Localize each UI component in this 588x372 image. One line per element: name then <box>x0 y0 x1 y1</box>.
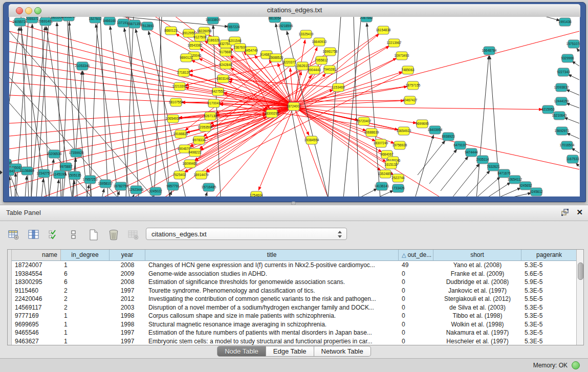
table-row[interactable]: 1872400712008Changes of HCN gene express… <box>8 261 583 270</box>
rows-icon[interactable] <box>67 228 80 242</box>
network-node[interactable]: 1863304 <box>50 17 63 21</box>
table-row[interactable]: 911546021997Tourette syndrome. Phenomeno… <box>8 287 583 295</box>
network-node[interactable]: 8471676 <box>497 169 511 178</box>
network-node[interactable]: 7940281 <box>323 65 336 74</box>
network-node[interactable]: 16671355 <box>127 20 142 28</box>
network-node[interactable]: 12444159 <box>554 97 569 105</box>
network-node[interactable]: 7857224 <box>227 23 240 31</box>
network-node[interactable]: 7512893 <box>141 22 154 30</box>
table-row[interactable]: 2242004622012Investigating the contribut… <box>8 295 583 303</box>
network-node[interactable]: 14136141 <box>375 182 389 190</box>
network-node[interactable]: 6479197 <box>453 141 467 149</box>
network-node[interactable]: 9245022 <box>149 187 162 195</box>
network-node[interactable]: 2055372 <box>26 17 39 23</box>
network-node[interactable]: 19384554 <box>304 136 319 144</box>
network-node[interactable]: 16543382 <box>188 41 203 50</box>
network-node[interactable]: 15688520 <box>269 54 284 62</box>
network-node[interactable]: 8466160 <box>103 17 116 25</box>
table-row[interactable]: 946362711997Embryonic stem cells: a mode… <box>8 337 583 345</box>
network-node[interactable]: 12353594 <box>198 123 213 132</box>
float-panel-icon[interactable] <box>561 208 569 216</box>
network-node[interactable]: 12923448 <box>129 186 144 194</box>
network-node[interactable]: 8215953 <box>541 105 555 114</box>
network-node[interactable]: 15716485 <box>202 183 216 191</box>
network-node[interactable]: 16914479 <box>194 171 209 179</box>
column-header-short[interactable]: short <box>433 250 521 261</box>
table-row[interactable]: 1456911722003Disruption of a novel membe… <box>8 303 583 312</box>
network-node[interactable]: 9857791 <box>166 182 180 190</box>
network-node[interactable]: 19756928 <box>393 141 407 149</box>
network-node[interactable]: 10973493 <box>395 52 409 60</box>
network-node[interactable]: 9904443 <box>308 66 321 74</box>
network-node[interactable]: 1527602 <box>89 17 102 23</box>
network-node[interactable]: 16033809 <box>206 17 221 24</box>
network-node[interactable]: 12213967 <box>387 39 402 47</box>
tab-node-table[interactable]: Node Table <box>217 346 266 357</box>
network-node[interactable]: 18403954 <box>428 126 443 134</box>
network-node[interactable]: 7955812 <box>315 56 328 64</box>
network-node[interactable]: 12213399 <box>172 82 187 91</box>
network-node[interactable]: 16648784 <box>482 47 497 55</box>
network-node[interactable]: 9699695 <box>416 120 429 128</box>
network-node[interactable]: 1991436 <box>558 18 572 26</box>
network-node[interactable]: 19166825 <box>173 130 188 138</box>
close-panel-icon[interactable]: ✕ <box>576 208 583 217</box>
table-row[interactable]: 1830029562008Estimation of significance … <box>8 278 583 287</box>
network-node[interactable]: 15751074 <box>567 40 580 48</box>
table-settings-icon[interactable] <box>7 228 20 242</box>
network-node[interactable]: 8220373 <box>283 58 296 67</box>
network-node[interactable]: 9245612 <box>530 188 543 196</box>
network-node[interactable]: 12093832 <box>554 83 569 92</box>
column-select-icon[interactable] <box>27 228 40 242</box>
network-node[interactable]: 8186328 <box>207 36 220 45</box>
network-node[interactable]: 18107554 <box>169 98 184 106</box>
tab-network-table[interactable]: Network Table <box>314 346 371 357</box>
network-node[interactable]: 13325419 <box>299 30 314 38</box>
network-node[interactable]: 16782759 <box>114 182 128 190</box>
delete-icon[interactable] <box>107 228 120 242</box>
network-node[interactable]: 10655247 <box>61 17 76 21</box>
network-node[interactable]: 8427552 <box>211 87 225 96</box>
network-node[interactable]: 21053346 <box>75 62 90 70</box>
column-header-out_de[interactable]: △out_de... <box>399 250 433 261</box>
network-node[interactable]: 8267130 <box>204 112 217 120</box>
network-node[interactable]: 9329966 <box>561 54 574 62</box>
network-node[interactable]: 15720407 <box>357 117 372 125</box>
network-node[interactable]: 13524851 <box>378 170 393 178</box>
network-node[interactable]: 2087682 <box>360 17 373 22</box>
table-row[interactable]: 977716911998Corpus callosum shape and si… <box>8 312 583 320</box>
network-node[interactable]: 8454749 <box>245 47 258 55</box>
network-node[interactable]: 1145190 <box>53 170 66 179</box>
network-node[interactable]: 19218596 <box>278 22 293 30</box>
network-node[interactable]: 9498222 <box>188 148 202 157</box>
network-node[interactable]: 17359928 <box>69 149 84 157</box>
table-row[interactable]: 969969511998Structural magnetic resonanc… <box>8 320 583 329</box>
column-header-year[interactable]: year <box>110 250 145 261</box>
column-header-title[interactable]: title <box>145 250 399 261</box>
column-header-in_degree[interactable]: in_degree <box>61 250 110 261</box>
network-node[interactable]: 18300295 <box>265 110 279 118</box>
network-node[interactable]: 18724007 <box>287 102 301 111</box>
network-node[interactable]: 11156869 <box>20 167 34 175</box>
tab-edge-table[interactable]: Edge Table <box>266 346 314 357</box>
new-document-icon[interactable] <box>87 228 100 242</box>
network-node[interactable]: 13654923 <box>397 127 411 135</box>
network-node[interactable]: 1562615 <box>296 62 309 70</box>
network-node[interactable]: 9175685 <box>219 48 232 56</box>
network-node[interactable]: 9474444 <box>465 148 478 157</box>
network-node[interactable]: 3915941 <box>9 167 15 176</box>
network-node[interactable]: 2718120 <box>177 69 190 77</box>
network-node[interactable]: 16210643 <box>552 112 567 120</box>
network-node[interactable]: 20206536 <box>47 150 62 158</box>
network-node[interactable]: 2522744 <box>391 174 405 182</box>
network-node[interactable]: 15692971 <box>555 127 570 135</box>
network-node[interactable]: 1153469 <box>332 83 345 92</box>
network-node[interactable]: 8813054 <box>268 17 281 23</box>
network-node[interactable]: 1615132 <box>384 161 398 169</box>
network-node[interactable]: 17957253 <box>83 176 98 184</box>
network-canvas[interactable]: 2405572420691406106552471527602846616010… <box>9 17 580 196</box>
network-node[interactable]: 10654933 <box>166 115 181 123</box>
network-node[interactable]: 16961758 <box>323 48 338 56</box>
table-source-dropdown[interactable]: citations_edges.txt <box>146 228 347 240</box>
row-select-icon[interactable] <box>47 228 60 242</box>
